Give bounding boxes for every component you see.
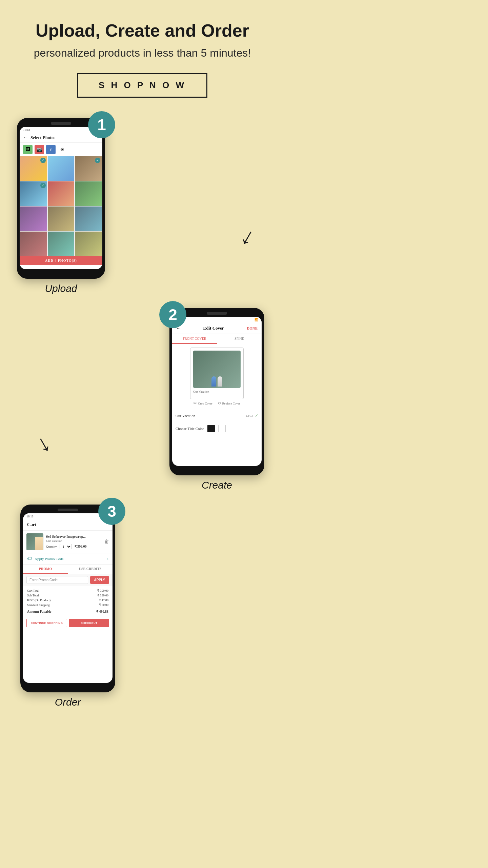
crop-icon: ✂ (194, 401, 197, 406)
cover-caption: Our Vacation (193, 390, 241, 393)
replace-icon: ↺ (218, 401, 221, 406)
phone3-bottom-bar (23, 683, 113, 688)
figure-person-1 (211, 376, 216, 387)
title-check-icon: ✓ (255, 413, 258, 418)
step3-phone-wrapper: 3 16:18 📶🔋 Cart 6x (20, 505, 115, 708)
sub-total-value: ₹ 399.00 (97, 594, 108, 597)
step1-number: 1 (88, 111, 115, 138)
cart-item-details: 6x6 Softcover Imagewrap... Our Vacation … (46, 535, 102, 549)
add-photos-button[interactable]: ADD 4 PHOTO(S) (20, 256, 102, 265)
cart-total-row: Cart Total ₹ 399.00 (27, 588, 108, 593)
facebook-icon: f (46, 145, 56, 154)
promo-chevron-icon: › (107, 556, 108, 561)
apply-promo-button[interactable]: APPLY (90, 576, 109, 584)
promo-row[interactable]: 🏷 Apply Promo Code › (23, 553, 113, 565)
tab-promo[interactable]: PROMO (23, 565, 68, 574)
photo-cell: ✓ (75, 156, 102, 181)
title-input[interactable]: Our Vacation (176, 412, 246, 420)
couple-figure (193, 351, 241, 388)
step3-label: Order (20, 696, 115, 708)
continue-shopping-button[interactable]: CONTINUE SHOPPING (26, 619, 67, 627)
cart-item-thumbnail (26, 533, 43, 550)
step2-phone-wrapper: 2 🔋29% 📶 ← Edit Cover DONE FRONT COVER (169, 308, 264, 491)
step2-phone: 🔋29% 📶 ← Edit Cover DONE FRONT COVER SPI… (169, 308, 264, 475)
photos-icon: ✳ (58, 145, 67, 154)
photo-cell (20, 206, 47, 231)
item-price: ₹ 399.00 (75, 545, 87, 548)
step2-row: 2 🔋29% 📶 ← Edit Cover DONE FRONT COVER (10, 308, 274, 491)
replace-cover-btn[interactable]: ↺ Replace Cover (218, 401, 240, 406)
cover-image-area: Our Vacation ✂ Crop Cover ↺ Replace Cove… (172, 344, 262, 412)
photo-cell: ✓ (20, 156, 47, 181)
checkout-button[interactable]: CHECKOUT (69, 619, 109, 627)
edit-cover-header: ← Edit Cover DONE (172, 323, 262, 334)
photo-source-tabs: 🖼 📷 f ✳ (20, 143, 102, 156)
cart-header: Cart (23, 519, 113, 531)
step2-number: 2 (159, 301, 186, 328)
cover-photo (193, 351, 241, 388)
edit-cover-title: Edit Cover (203, 326, 224, 331)
promo-input-field[interactable] (26, 576, 88, 584)
cart-thumb-person (35, 537, 43, 550)
phone3-notch (58, 509, 78, 511)
page-container: Upload, Create and Order personalized pr… (0, 0, 285, 735)
title-input-row: Our Vacation 12/33 ✓ (172, 412, 262, 420)
photo-grid: ✓ ✓ ✓ (20, 156, 102, 256)
igst-value: ₹ 47.88 (99, 598, 109, 602)
photo-cell (48, 181, 75, 206)
qty-label: Quantity (46, 545, 57, 548)
promo-label: Apply Promo Code (35, 557, 104, 561)
shipping-row: Standard Shipping ₹ 50.00 (27, 603, 108, 607)
promo-tabs: PROMO USE CREDITS (23, 565, 113, 574)
step3-number: 3 (98, 498, 125, 525)
choose-color-label: Choose Title Color (176, 427, 204, 431)
tab-spine[interactable]: SPINE (217, 334, 262, 344)
amount-label: Amount Payable (27, 610, 51, 613)
title-counter: 12/33 (246, 414, 253, 417)
phone1-notch (51, 122, 71, 125)
igst-label: IGST (On Product) (27, 598, 50, 602)
amount-value: ₹ 496.88 (96, 610, 108, 613)
color-swatch-black[interactable] (207, 425, 215, 432)
step3-row: 3 16:18 📶🔋 Cart 6x (10, 505, 274, 708)
cover-actions: ✂ Crop Cover ↺ Replace Cover (194, 401, 240, 406)
gallery-icon: 🖼 (23, 145, 33, 154)
photo-cell (75, 232, 102, 256)
step1-row: 1 16:18 📶🔋 ← Select Photos 🖼 (10, 118, 274, 294)
photo-cell: ✓ (20, 181, 47, 206)
step1-phone: 16:18 📶🔋 ← Select Photos 🖼 📷 (17, 118, 105, 279)
step1-label: Upload (17, 283, 105, 294)
photo-cell (48, 232, 75, 256)
cart-totals: Cart Total ₹ 399.00 Sub Total ₹ 399.00 I… (23, 586, 113, 616)
step2-label: Create (169, 479, 264, 491)
select-photos-header: ← Select Photos (20, 133, 102, 143)
done-button[interactable]: DONE (247, 326, 258, 330)
tab-credits[interactable]: USE CREDITS (68, 565, 113, 574)
step1-phone-wrapper: 1 16:18 📶🔋 ← Select Photos 🖼 (17, 118, 105, 294)
phone1-bottom-bar (20, 269, 102, 275)
igst-row: IGST (On Product) ₹ 47.88 (27, 598, 108, 603)
photo-cell (75, 181, 102, 206)
phone2-notch (207, 312, 227, 315)
cart-item-subtitle: Our Vacation (46, 539, 102, 542)
cover-frame: Our Vacation (190, 348, 244, 399)
color-swatch-white[interactable] (218, 425, 226, 432)
cart-qty-row: Quantity 1 2 3 ₹ 399.00 (46, 544, 102, 549)
step1-screen: 16:18 📶🔋 ← Select Photos 🖼 📷 (20, 127, 102, 269)
tab-front-cover[interactable]: FRONT COVER (172, 334, 217, 344)
amount-payable-row: Amount Payable ₹ 496.88 (27, 608, 108, 614)
cart-total-label: Cart Total (27, 589, 39, 592)
delete-item-icon[interactable]: 🗑 (104, 539, 109, 545)
main-title: Upload, Create and Order (36, 20, 249, 41)
photo-cell (48, 206, 75, 231)
promo-input-row: APPLY (23, 574, 113, 586)
qty-selector[interactable]: 1 2 3 (60, 544, 72, 549)
shipping-value: ₹ 50.00 (99, 603, 109, 607)
photo-cell (75, 206, 102, 231)
cart-item-name: 6x6 Softcover Imagewrap... (46, 535, 102, 538)
shop-now-button[interactable]: S H O P N O W (77, 73, 207, 98)
promo-icon: 🏷 (27, 556, 32, 561)
arrow-to-step3: ↓ (31, 429, 55, 458)
crop-cover-btn[interactable]: ✂ Crop Cover (194, 401, 212, 406)
step2-screen: 🔋29% 📶 ← Edit Cover DONE FRONT COVER SPI… (172, 317, 262, 466)
